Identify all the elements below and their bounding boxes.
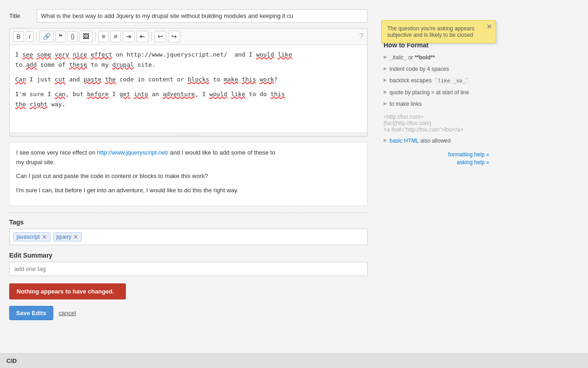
edit-summary-label: Edit Summary [9, 252, 368, 259]
tag-javascript: javascript ✕ [13, 232, 51, 242]
format-item-bold-italic: ▶ _italic_ or **bold** [384, 53, 489, 62]
asking-help-link[interactable]: asking help » [384, 159, 489, 166]
editor-toolbar: B I 🔗 ❝ {} 🖼 ≡ ≡ ⇥ ⇤ ↩ ↪ ? [10, 29, 367, 45]
section-divider-1 [9, 213, 368, 213]
title-row: Title [9, 9, 368, 23]
unordered-list-button[interactable]: ≡ [110, 31, 120, 42]
format-item-backtick: ▶ backtick escapes `like _so_` [384, 76, 489, 85]
link-example-1: <http://foo.com> [384, 114, 489, 120]
format-quote-text: quote by placing > at start of line [390, 88, 469, 97]
links-examples: <http://foo.com> [foo](http://foo.com) <… [384, 114, 489, 133]
basic-html-link[interactable]: basic HTML [390, 138, 419, 144]
undo-button[interactable]: ↩ [154, 31, 166, 42]
arrow-icon-1: ▶ [384, 54, 387, 59]
preview-link[interactable]: http://www.jqueryscript.net/ [97, 149, 168, 156]
sidebar: ✕ The question you're asking appears sub… [377, 5, 496, 363]
link-example-3: <a href="http://foo.com">foo</a> [384, 126, 489, 133]
preview-line-2: Can I just cut and paste the code in con… [16, 172, 361, 181]
tooltip-close-button[interactable]: ✕ [486, 23, 492, 30]
format-item-links: ▶ to make links [384, 100, 489, 108]
tooltip-box: ✕ The question you're asking appears sub… [381, 20, 496, 43]
arrow-icon-4: ▶ [384, 89, 387, 94]
cid-bar: CID [0, 353, 588, 368]
editor-container: B I 🔗 ❝ {} 🖼 ≡ ≡ ⇥ ⇤ ↩ ↪ ? I see some ve… [9, 28, 368, 137]
format-item-indent: ▶ indent code by 4 spaces [384, 65, 489, 73]
arrow-icon-5: ▶ [384, 101, 387, 106]
tag-javascript-remove[interactable]: ✕ [42, 234, 47, 240]
title-label: Title [9, 12, 37, 19]
code-button[interactable]: {} [68, 31, 78, 41]
bold-button[interactable]: B [13, 31, 24, 42]
indent-button[interactable]: ⇥ [123, 31, 135, 42]
image-button[interactable]: 🖼 [79, 31, 92, 42]
tag-javascript-text: javascript [17, 234, 40, 240]
editor-content-area[interactable]: I see some very nice effect on http://ww… [10, 45, 367, 132]
arrow-icon-6: ▶ [384, 138, 387, 143]
tags-label: Tags [9, 218, 368, 226]
nothing-changed-bar: Nothing appears to have changed. [9, 283, 126, 299]
help-button[interactable]: ? [359, 32, 363, 40]
toolbar-sep-3 [151, 32, 152, 41]
link-button[interactable]: 🔗 [40, 31, 54, 42]
edit-summary-input[interactable] [9, 262, 368, 276]
editor-resize-handle[interactable]: · · · · · · · · · [10, 132, 367, 136]
format-links-section: formatting help » asking help » [384, 151, 489, 166]
tag-jquery-remove[interactable]: ✕ [73, 234, 79, 240]
tags-container[interactable]: javascript ✕ jquery ✕ [9, 229, 368, 245]
format-item-quote: ▶ quote by placing > at start of line [384, 88, 489, 97]
toolbar-sep-1 [36, 32, 37, 41]
tag-jquery-text: jquery [57, 234, 72, 240]
cancel-button[interactable]: cancel [59, 310, 76, 316]
blockquote-button[interactable]: ❝ [56, 31, 66, 42]
redo-button[interactable]: ↪ [168, 31, 180, 42]
tag-jquery: jquery ✕ [53, 232, 82, 242]
preview-area: I see some very nice effect on http://ww… [9, 142, 368, 206]
preview-line-3: I'm sure I can, but before I get into an… [16, 186, 361, 196]
formatting-help-link[interactable]: formatting help » [384, 151, 489, 158]
cid-label: CID [6, 357, 17, 364]
format-links-text: to make links [390, 100, 422, 108]
link-example-2: [foo](http://foo.com) [384, 120, 489, 126]
format-backtick-text: backtick escapes `like _so_` [390, 76, 470, 85]
save-edits-button[interactable]: Save Edits [9, 306, 53, 320]
tooltip-message: The question you're asking appears subje… [387, 25, 475, 38]
title-input[interactable] [37, 9, 368, 23]
button-row: Save Edits cancel [9, 306, 368, 320]
arrow-icon-3: ▶ [384, 77, 387, 82]
outdent-button[interactable]: ⇤ [136, 31, 148, 42]
arrow-icon-2: ▶ [384, 66, 387, 71]
format-item-html: ▶ basic HTML also allowed [384, 137, 489, 145]
preview-line-1: I see some very nice effect on http://ww… [16, 148, 361, 167]
toolbar-sep-2 [95, 32, 96, 41]
format-html-text: basic HTML also allowed [390, 137, 451, 145]
format-bold-italic-text: _italic_ or **bold** [390, 53, 435, 62]
ordered-list-button[interactable]: ≡ [98, 31, 108, 42]
italic-button[interactable]: I [26, 31, 34, 42]
format-indent-text: indent code by 4 spaces [390, 65, 449, 73]
